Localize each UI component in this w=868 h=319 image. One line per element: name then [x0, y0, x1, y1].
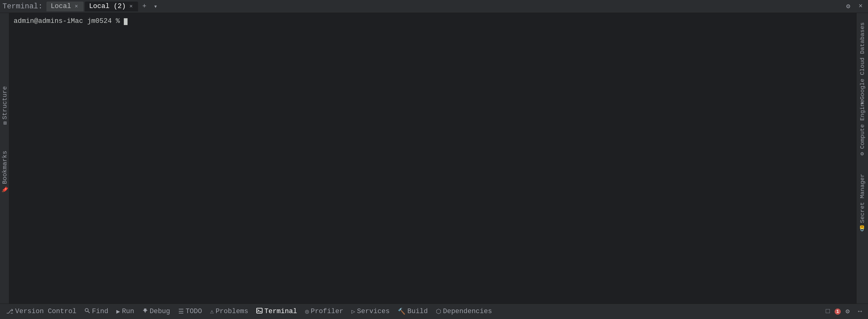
terminal-icon	[256, 308, 262, 315]
terminal-content: admin@admins-iMac jm0524 %	[9, 13, 856, 29]
close-icon: ×	[859, 2, 862, 10]
services-label: Services	[357, 308, 390, 315]
services-icon: ▷	[351, 308, 355, 315]
toolbar-expand-arrow-button[interactable]: ↔	[855, 306, 866, 317]
run-icon: ▶	[116, 308, 120, 315]
structure-label: Structure	[1, 86, 8, 120]
profiler-label: Profiler	[311, 308, 344, 315]
toolbar-right: □ 1 ⚙ ↔	[822, 306, 866, 317]
terminal-label-bottom: Terminal	[265, 308, 297, 315]
toolbar-profiler[interactable]: ◎ Profiler	[302, 306, 347, 317]
tab-local2[interactable]: Local (2) ×	[85, 2, 138, 11]
find-icon	[85, 308, 90, 315]
toolbar-debug[interactable]: Debug	[139, 306, 174, 317]
tab-local1[interactable]: Local ×	[46, 2, 84, 11]
expand-icon: □	[826, 308, 830, 315]
problems-label: Problems	[215, 308, 248, 315]
structure-icon: ⊞	[1, 121, 8, 125]
toolbar-build[interactable]: 🔨 Build	[394, 306, 432, 317]
problems-icon: ⚠	[210, 308, 214, 315]
svg-rect-2	[144, 309, 147, 312]
compute-engine-label: Compute Engine	[859, 100, 866, 149]
tab-add-button[interactable]: +	[139, 2, 149, 11]
debug-icon	[143, 308, 148, 315]
profiler-icon: ◎	[305, 308, 309, 315]
toolbar-settings-icon: ⚙	[845, 307, 849, 316]
version-control-label: Version Control	[15, 308, 76, 315]
secret-manager-label: Secret Manager	[859, 174, 866, 223]
secret-manager-panel[interactable]: 🔒 Secret Manager	[859, 174, 866, 232]
toolbar-terminal[interactable]: Terminal	[253, 306, 301, 317]
main-area: ⊞ Structure 🔖 Bookmarks admin@admins-iMa…	[0, 13, 868, 304]
toolbar-run[interactable]: ▶ Run	[113, 306, 138, 317]
svg-line-8	[257, 311, 259, 312]
right-sidebar: ☁ Google Cloud Databases ⚙ Compute Engin…	[856, 13, 868, 304]
compute-engine-icon: ⚙	[859, 151, 866, 157]
error-badge: 1	[835, 309, 841, 315]
settings-icon: ⚙	[846, 2, 850, 10]
tab-local1-label: Local	[51, 2, 71, 10]
bookmarks-label: Bookmarks	[1, 150, 8, 184]
title-bar: Terminal: Local × Local (2) × + ▾ ⚙ ×	[0, 0, 868, 13]
settings-button[interactable]: ⚙	[843, 2, 853, 11]
tab-local2-label: Local (2)	[89, 2, 126, 10]
google-cloud-label: Google Cloud Databases	[859, 22, 866, 100]
toolbar-settings-button[interactable]: ⚙	[842, 306, 853, 317]
toolbar-todo[interactable]: ☰ TODO	[175, 306, 206, 317]
tab-local1-close[interactable]: ×	[74, 4, 79, 9]
run-label: Run	[122, 308, 134, 315]
terminal-cursor	[124, 18, 127, 25]
todo-label: TODO	[186, 308, 202, 315]
google-cloud-databases-panel[interactable]: ☁ Google Cloud Databases	[859, 22, 866, 108]
todo-icon: ☰	[178, 308, 184, 315]
left-sidebar: ⊞ Structure 🔖 Bookmarks	[0, 13, 9, 304]
version-control-icon: ⎇	[6, 308, 13, 315]
tab-local2-close[interactable]: ×	[128, 4, 134, 9]
debug-label: Debug	[150, 308, 170, 315]
toolbar-services[interactable]: ▷ Services	[348, 306, 394, 317]
find-label: Find	[92, 308, 108, 315]
build-label: Build	[407, 308, 428, 315]
compute-engine-panel[interactable]: ⚙ Compute Engine	[859, 100, 866, 157]
expand-button[interactable]: □	[822, 306, 833, 317]
terminal-label: Terminal:	[2, 2, 43, 10]
bottom-toolbar: ⎇ Version Control Find ▶ Run Debug ☰ TOD…	[0, 304, 868, 319]
dependencies-icon: ⬡	[436, 308, 441, 315]
toolbar-dependencies[interactable]: ⬡ Dependencies	[432, 306, 496, 317]
dependencies-label: Dependencies	[443, 308, 492, 315]
svg-line-1	[88, 311, 90, 313]
secret-manager-icon: 🔒	[859, 225, 866, 232]
tab-dropdown-button[interactable]: ▾	[150, 2, 160, 11]
terminal-area[interactable]: admin@admins-iMac jm0524 %	[9, 13, 856, 304]
toolbar-problems[interactable]: ⚠ Problems	[206, 306, 252, 317]
error-count: 1	[836, 309, 839, 314]
toolbar-find[interactable]: Find	[81, 306, 112, 317]
terminal-prompt: admin@admins-iMac jm0524 %	[13, 17, 120, 25]
toolbar-version-control[interactable]: ⎇ Version Control	[2, 306, 80, 317]
bookmarks-icon: 🔖	[1, 186, 8, 193]
title-bar-actions: ⚙ ×	[843, 2, 866, 11]
sidebar-bookmarks[interactable]: 🔖 Bookmarks	[1, 143, 8, 193]
close-button[interactable]: ×	[856, 2, 866, 11]
sidebar-structure[interactable]: ⊞ Structure	[1, 82, 8, 125]
build-icon: 🔨	[398, 308, 405, 315]
expand-arrow-icon: ↔	[858, 308, 862, 315]
